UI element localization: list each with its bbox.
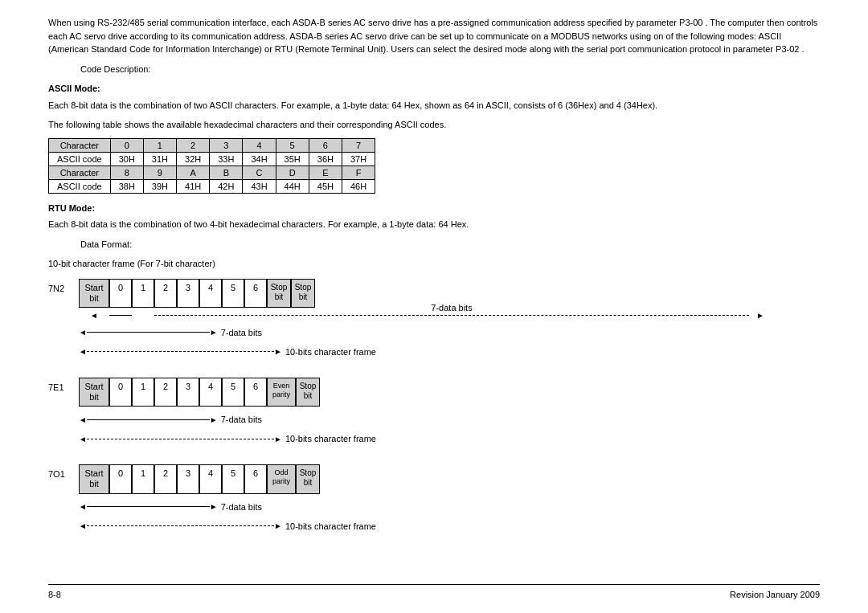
bit-6: 6 xyxy=(244,378,267,407)
10-bits-label-7N2: 10-bits character frame xyxy=(285,347,376,357)
bit-boxes-7O1: Startbit 0 1 2 3 4 5 6 Oddparity Stopbit xyxy=(79,464,820,493)
table-cell: 39H xyxy=(143,179,176,193)
frame-7O1-label: 7O1 xyxy=(48,464,79,479)
rtu-para: Each 8-bit data is the combination of tw… xyxy=(48,218,820,231)
bit-5: 5 xyxy=(222,279,244,308)
bit-0: 0 xyxy=(109,464,132,493)
table-cell: F xyxy=(342,166,375,179)
table-cell: 7 xyxy=(342,138,375,152)
revision-label: Revision January 2009 xyxy=(730,590,820,599)
start-bit: Startbit xyxy=(79,464,109,493)
table-cell: 8 xyxy=(110,166,143,179)
bit-6: 6 xyxy=(244,464,267,493)
even-parity-bit: Evenparity xyxy=(267,378,296,407)
table-cell: 41H xyxy=(177,179,210,193)
bit-1: 1 xyxy=(132,378,154,407)
table-cell: 31H xyxy=(143,152,176,166)
frame-7N2-label: 7N2 xyxy=(48,279,79,293)
table-cell: 3 xyxy=(210,138,243,152)
7-data-label-7O1: 7-data bits xyxy=(221,502,262,512)
page-content: When using RS-232/485 serial communicati… xyxy=(48,16,820,599)
bit-0: 0 xyxy=(109,279,132,308)
table-label2: ASCII code xyxy=(49,179,111,193)
table-cell: C xyxy=(243,166,276,179)
bit-2: 2 xyxy=(154,378,177,407)
frame-7E1: 7E1 Startbit 0 1 2 3 4 5 6 Evenparity St… xyxy=(48,378,820,448)
stop-bit: Stopbit xyxy=(296,464,320,493)
bit-4: 4 xyxy=(199,378,222,407)
table-cell: 9 xyxy=(143,166,176,179)
rtu-mode-label: RTU Mode: xyxy=(48,202,820,215)
bit-0: 0 xyxy=(109,378,132,407)
stop-bit-1: Stopbit xyxy=(267,279,291,308)
page-footer: 8-8 Revision January 2009 xyxy=(48,584,820,599)
table-cell: 46H xyxy=(342,179,375,193)
7-data-label-7N2: 7-data bits xyxy=(221,328,262,337)
bit-5: 5 xyxy=(222,378,244,407)
table-cell: 37H xyxy=(342,152,375,166)
table-cell: D xyxy=(276,166,309,179)
bit-3: 3 xyxy=(177,464,199,493)
bit-1: 1 xyxy=(132,464,154,493)
start-bit: Startbit xyxy=(79,378,109,407)
frame-7N2: 7N2 Startbit 0 1 2 3 4 5 6 Stopbit Stopb… xyxy=(48,279,820,362)
bit-3: 3 xyxy=(177,279,199,308)
table-cell: B xyxy=(210,166,243,179)
bit-4: 4 xyxy=(199,279,222,308)
table-cell: 44H xyxy=(276,179,309,193)
bit-boxes-7E1: Startbit 0 1 2 3 4 5 6 Evenparity Stopbi… xyxy=(79,378,820,407)
bit-6: 6 xyxy=(244,279,267,308)
table-cell: 30H xyxy=(110,152,143,166)
code-desc-label: Code Description: xyxy=(80,63,820,76)
bit-2: 2 xyxy=(154,279,177,308)
table-cell: 38H xyxy=(110,179,143,193)
bit-frame-label: 10-bit character frame (For 7-bit charac… xyxy=(48,257,820,271)
table-header-char2: Character xyxy=(49,166,111,179)
data-format-label: Data Format: xyxy=(80,238,820,251)
table-cell: 33H xyxy=(210,152,243,166)
bit-5: 5 xyxy=(222,464,244,493)
frame-7O1: 7O1 Startbit 0 1 2 3 4 5 6 Oddparity Sto… xyxy=(48,464,820,535)
7-data-label-7E1: 7-data bits xyxy=(221,415,262,424)
bit-1: 1 xyxy=(132,279,154,308)
table-cell: 6 xyxy=(309,138,342,152)
table-cell: 1 xyxy=(143,138,176,152)
bit-3: 3 xyxy=(177,378,199,407)
odd-parity-bit: Oddparity xyxy=(267,464,296,493)
stop-bit: Stopbit xyxy=(296,378,320,407)
10-bits-label-7E1: 10-bits character frame xyxy=(285,434,376,443)
10-bits-label-7O1: 10-bits character frame xyxy=(285,521,376,531)
table-cell: 0 xyxy=(110,138,143,152)
table-cell: 35H xyxy=(276,152,309,166)
table-cell: 43H xyxy=(243,179,276,193)
table-cell: 36H xyxy=(309,152,342,166)
table-header-char: Character xyxy=(49,138,111,152)
table-cell: 32H xyxy=(177,152,210,166)
start-bit: Startbit xyxy=(79,279,109,308)
table-cell: E xyxy=(309,166,342,179)
table-cell: 4 xyxy=(243,138,276,152)
bit-4: 4 xyxy=(199,464,222,493)
ascii-para1: Each 8-bit data is the combination of tw… xyxy=(48,99,820,112)
table-cell: A xyxy=(177,166,210,179)
stop-bit-2: Stopbit xyxy=(291,279,315,308)
table-cell: 2 xyxy=(177,138,210,152)
ascii-table: Character 0 1 2 3 4 5 6 7 ASCII code 30H… xyxy=(48,138,375,194)
table-cell: 34H xyxy=(243,152,276,166)
bit-2: 2 xyxy=(154,464,177,493)
7-data-bits-label-7N2: 7-data bits xyxy=(431,303,472,313)
frame-7E1-label: 7E1 xyxy=(48,378,79,392)
table-label: ASCII code xyxy=(49,152,111,166)
table-cell: 5 xyxy=(276,138,309,152)
table-cell: 42H xyxy=(210,179,243,193)
intro-paragraph: When using RS-232/485 serial communicati… xyxy=(48,16,820,56)
ascii-mode-label: ASCII Mode: xyxy=(48,82,820,96)
ascii-para2: The following table shows the available … xyxy=(48,118,820,132)
page-number: 8-8 xyxy=(48,590,61,599)
table-cell: 45H xyxy=(309,179,342,193)
